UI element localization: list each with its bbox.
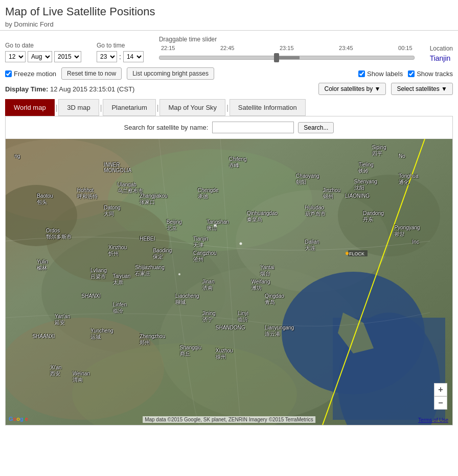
show-tracks-text: Show tracks	[417, 70, 453, 78]
slider-bar	[159, 56, 415, 60]
main-content: Search for satellite by name: Search...	[5, 116, 453, 425]
day-select[interactable]: 12	[5, 51, 26, 62]
search-button[interactable]: Search...	[298, 122, 334, 133]
freeze-motion-checkbox[interactable]	[5, 70, 12, 77]
display-time-value: 12 Aug 2015 23:15:01 (CST)	[50, 85, 135, 93]
tick-4: 23:45	[339, 45, 353, 51]
location-control: Location Tianjin	[430, 45, 453, 62]
svg-point-18	[178, 273, 180, 275]
time-colon: :	[119, 53, 121, 61]
display-time-label: Display Time:	[5, 85, 48, 93]
slider-track[interactable]	[159, 53, 415, 62]
google-g: G	[9, 416, 13, 422]
page-title: Map of Live Satellite Positions	[5, 5, 453, 18]
tab-3d-map[interactable]: 3D map	[58, 99, 99, 116]
controls-row3: Display Time: 12 Aug 2015 23:15:01 (CST)…	[0, 82, 458, 99]
freeze-motion-label[interactable]: Freeze motion	[5, 70, 56, 78]
terms-link[interactable]: Terms of Use	[418, 417, 448, 423]
sep-3: |	[156, 99, 160, 116]
google-logo: Google	[9, 416, 28, 422]
show-tracks-checkbox[interactable]	[408, 70, 415, 77]
google-e: e	[25, 416, 28, 422]
zoom-controls: + −	[434, 383, 447, 410]
page-header: Map of Live Satellite Positions by Domin…	[0, 0, 458, 31]
tick-2: 22:45	[220, 45, 235, 51]
reset-time-button[interactable]: Reset time to now	[61, 67, 122, 80]
zoom-in-button[interactable]: +	[434, 383, 447, 396]
slider-control: Draggable time slider 22:15 22:45 23:15 …	[159, 36, 415, 62]
show-labels-checkbox[interactable]	[358, 70, 365, 77]
svg-point-10	[338, 175, 440, 256]
tick-3: 23:15	[280, 45, 294, 51]
map-attribution: Map data ©2015 Google, SK planet, ZENRIN…	[143, 416, 315, 423]
controls-row1: Go to date 12 Aug 2015 Go to time 23 : 1…	[0, 31, 458, 65]
show-tracks-label[interactable]: Show tracks	[408, 70, 453, 78]
slider-ticks: 22:15 22:45 23:15 23:45 00:15	[159, 45, 415, 51]
month-select[interactable]: Aug	[28, 51, 52, 62]
sep-2: |	[99, 99, 103, 116]
time-inputs: 23 : 14	[97, 51, 144, 62]
location-link[interactable]: Tianjin	[430, 54, 453, 62]
page-subtitle: by Dominic Ford	[5, 20, 453, 28]
svg-point-9	[47, 200, 169, 282]
tab-planetarium[interactable]: Planetarium	[103, 99, 155, 116]
controls-row2: Freeze motion Reset time to now List upc…	[0, 65, 458, 82]
show-labels-label[interactable]: Show labels	[358, 70, 403, 78]
svg-point-22	[346, 252, 349, 255]
sep-1: |	[55, 99, 59, 116]
slider-thumb[interactable]	[274, 53, 279, 62]
map-container: FLOCK INNERMONGOLIA Siping四平 Tieling铁岭 T…	[6, 139, 452, 425]
svg-point-16	[214, 224, 217, 227]
search-label: Search for satellite by name:	[124, 124, 209, 131]
bright-passes-button[interactable]: List upcoming bright passes	[127, 67, 214, 80]
location-label: Location	[430, 45, 453, 52]
tabs-row: World map | 3D map | Planetarium | Map o…	[0, 99, 458, 116]
sep-4: |	[225, 99, 230, 116]
date-label: Go to date	[5, 42, 81, 49]
time-control: Go to time 23 : 14	[97, 42, 144, 62]
date-control: Go to date 12 Aug 2015	[5, 42, 81, 62]
freeze-motion-text: Freeze motion	[14, 70, 56, 78]
search-bar: Search for satellite by name: Search...	[6, 116, 452, 139]
tick-1: 22:15	[161, 45, 175, 51]
select-satellites-button[interactable]: Select satellites ▼	[391, 83, 453, 95]
zoom-out-button[interactable]: −	[434, 396, 447, 410]
year-select[interactable]: 2015	[54, 51, 81, 62]
minute-select[interactable]: 14	[123, 51, 144, 62]
google-g2: g	[20, 416, 24, 422]
map-svg: FLOCK	[6, 139, 452, 425]
tab-satellite-information[interactable]: Satellite Information	[230, 99, 306, 116]
hour-select[interactable]: 23	[97, 51, 117, 62]
tab-map-of-your-sky[interactable]: Map of Your Sky	[159, 99, 225, 116]
svg-text:FLOCK: FLOCK	[349, 251, 364, 256]
slider-label: Draggable time slider	[159, 36, 415, 43]
time-label: Go to time	[97, 42, 144, 49]
tab-world-map[interactable]: World map	[5, 99, 55, 116]
tick-5: 00:15	[398, 45, 413, 51]
display-time: Display Time: 12 Aug 2015 23:15:01 (CST)	[5, 85, 134, 93]
search-input[interactable]	[212, 122, 294, 133]
svg-point-17	[240, 243, 242, 245]
date-inputs: 12 Aug 2015	[5, 51, 81, 62]
show-labels-text: Show labels	[367, 70, 403, 78]
color-satellites-button[interactable]: Color satellites by ▼	[318, 83, 386, 95]
